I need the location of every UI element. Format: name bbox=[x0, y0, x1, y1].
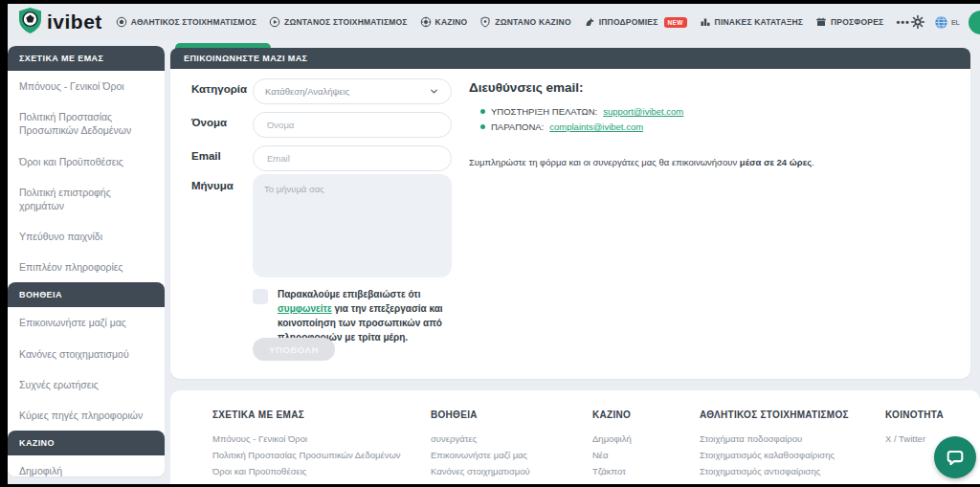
sidebar-item-additional-info[interactable]: Επιπλέον πληροφορίες bbox=[8, 252, 165, 282]
live-chat-button[interactable] bbox=[934, 436, 976, 478]
footer-col-help: ΒΟΗΘΕΙΑ συνεργάτες Επικοινωνήστε μαζί μα… bbox=[431, 410, 543, 484]
contact-card: ΕΠΙΚΟΙΝΩΝΗΣΤΕ ΜΑΖΙ ΜΑΣ Κατηγορία Κατάθεσ… bbox=[170, 48, 970, 379]
chat-bubble-icon bbox=[945, 447, 966, 468]
contact-card-title: ΕΠΙΚΟΙΝΩΝΗΣΤΕ ΜΑΖΙ ΜΑΣ bbox=[170, 48, 970, 69]
sidebar-item-contact-us[interactable]: Επικοινωνήστε μαζί μας bbox=[8, 307, 165, 338]
sidebar-section-casino-title: ΚΑΖΙΝΟ bbox=[8, 431, 165, 455]
support-email-link[interactable]: support@ivibet.com bbox=[603, 106, 683, 117]
footer-link[interactable]: συνεργάτες bbox=[431, 431, 543, 447]
sidebar-item-faq[interactable]: Συχνές ερωτήσεις bbox=[8, 369, 165, 400]
footer-link[interactable]: Πολιτική επιστροφής χρημάτων bbox=[212, 479, 401, 484]
footer-link[interactable]: Δημοφιλή bbox=[592, 431, 632, 447]
footer-link[interactable]: Στοιχηματισμός αντισφαίρισης bbox=[700, 463, 849, 479]
response-time-note: Συμπληρώστε τη φόρμα και οι συνεργάτες μ… bbox=[469, 157, 928, 167]
email-field-wrap bbox=[253, 145, 452, 171]
footer-link[interactable]: Κανόνες στοιχηματισμού bbox=[431, 463, 543, 479]
footer-link[interactable]: Τζάκποτ bbox=[592, 463, 632, 479]
footer-link[interactable]: Στοιχήματα ποδοσφαίρου bbox=[700, 431, 849, 447]
live-casino-shield-icon bbox=[479, 16, 491, 28]
sidebar-item-terms-conditions[interactable]: Όροι και Προϋποθέσεις bbox=[8, 146, 165, 177]
logo-wordmark: ivibet bbox=[47, 11, 102, 33]
sidebar-item-info-sources[interactable]: Κύριες πηγές πληροφοριών bbox=[8, 400, 165, 431]
nav-more-dots-icon[interactable]: ••• bbox=[896, 16, 910, 28]
footer-link-twitter[interactable]: X / Twitter bbox=[885, 431, 944, 447]
footer-col-about: ΣΧΕΤΙΚΑ ΜΕ ΕΜΑΣ Μπόνους - Γενικοί Όροι Π… bbox=[212, 410, 401, 484]
footer-link[interactable]: Μπόνους - Γενικοί Όροι bbox=[212, 431, 401, 447]
consent-link[interactable]: συμφωνείτε bbox=[278, 303, 332, 314]
footer-link[interactable]: Συχνές ερωτήσεις bbox=[431, 479, 543, 484]
footer-link[interactable]: Στοιχηματισμός καλαθοσφαίρισης bbox=[700, 447, 849, 463]
email-addresses-heading: Διευθύνσεις email: bbox=[469, 80, 584, 95]
sidebar-section-about-title: ΣΧΕΤΙΚΑ ΜΕ ΕΜΑΣ bbox=[8, 46, 165, 71]
sidebar-item-popular[interactable]: Δημοφιλή bbox=[8, 455, 165, 476]
nav-item-promotions[interactable]: ΠΡΟΣΦΟΡΕΣ bbox=[815, 16, 883, 28]
message-label: Μήνυμα bbox=[191, 180, 234, 191]
gift-icon bbox=[815, 16, 827, 28]
nav-item-live-casino[interactable]: ΖΩΝΤΑΝΟ ΚΑΖΙΝΟ bbox=[479, 16, 570, 28]
footer-link[interactable]: Όροι και Προϋποθέσεις bbox=[212, 463, 401, 479]
sidebar: ΣΧΕΤΙΚΑ ΜΕ ΕΜΑΣ Μπόνους - Γενικοί Όροι Π… bbox=[8, 46, 165, 476]
name-field-wrap bbox=[253, 112, 452, 138]
brand-logo[interactable]: ivibet bbox=[17, 7, 102, 38]
sidebar-item-refund-policy[interactable]: Πολιτική επιστροφής χρημάτων bbox=[8, 177, 165, 221]
logo-shield-ball-icon bbox=[17, 7, 43, 38]
email-input[interactable] bbox=[265, 152, 439, 165]
settings-gear-icon[interactable] bbox=[910, 14, 925, 30]
footer-col-community: ΚΟΙΝΟΤΗΤΑ X / Twitter bbox=[885, 410, 944, 447]
category-select[interactable]: Κατάθεση/Αναλήψεις bbox=[253, 78, 452, 104]
complaints-email-link[interactable]: complaints@ivibet.com bbox=[549, 122, 643, 132]
support-email-row: ΥΠΟΣΤΗΡΙΞΗ ΠΕΛΑΤΩΝ: support@ivibet.com bbox=[480, 106, 683, 117]
footer-link[interactable]: Πολιτική Προστασίας Προσωπικών Δεδομένων bbox=[212, 447, 401, 463]
live-betting-icon bbox=[269, 16, 280, 28]
login-button[interactable]: ΣΥΝΔΕΣΗ bbox=[969, 11, 980, 34]
consent-text: Παρακαλούμε επιβεβαιώστε ότι συμφωνείτε … bbox=[278, 287, 461, 344]
name-label: Όνομα bbox=[191, 117, 227, 128]
soccer-ball-icon bbox=[116, 16, 127, 28]
sidebar-section-help-title: ΒΟΗΘΕΙΑ bbox=[8, 282, 165, 307]
nav-item-horse-racing[interactable]: ΙΠΠΟΔΡΟΜΙΕΣ NEW bbox=[584, 16, 687, 28]
top-navbar: ivibet ΑΘΛΗΤΙΚΟΣ ΣΤΟΙΧΗΜΑΤΙΣΜΟΣ ΖΩΝΤΑΝΟΣ… bbox=[8, 4, 980, 40]
sidebar-item-betting-rules[interactable]: Κανόνες στοιχηματισμού bbox=[8, 339, 165, 369]
message-textarea[interactable] bbox=[253, 174, 452, 277]
sidebar-item-bonus-terms[interactable]: Μπόνους - Γενικοί Όροι bbox=[8, 71, 165, 101]
submit-button[interactable]: ΥΠΟΒΟΛΗ bbox=[253, 338, 335, 361]
name-input[interactable] bbox=[265, 119, 439, 131]
bullet-icon bbox=[480, 124, 485, 129]
new-badge: NEW bbox=[664, 17, 687, 28]
page: ivibet ΑΘΛΗΤΙΚΟΣ ΣΤΟΙΧΗΜΑΤΙΣΜΟΣ ΖΩΝΤΑΝΟΣ… bbox=[8, 4, 980, 484]
nav-item-live-betting[interactable]: ΖΩΝΤΑΝΟΣ ΣΤΟΙΧΗΜΑΤΙΣΜΟΣ bbox=[269, 16, 408, 28]
nav-item-casino[interactable]: ΚΑΖΙΝΟ bbox=[420, 16, 468, 28]
footer-link[interactable]: Επικοινωνήστε μαζί μας bbox=[431, 447, 543, 463]
language-code: EL bbox=[951, 19, 960, 26]
category-label: Κατηγορία bbox=[191, 83, 247, 95]
email-label: Email bbox=[191, 150, 221, 162]
nav-item-leaderboards[interactable]: ΠΙΝΑΚΕΣ ΚΑΤΑΤΑΞΗΣ bbox=[700, 16, 803, 28]
navbar-actions: EL ΣΥΝΔΕΣΗ ΕΓΓΡΑΦΗ bbox=[910, 11, 980, 34]
nav-item-sports-betting[interactable]: ΑΘΛΗΤΙΚΟΣ ΣΤΟΙΧΗΜΑΤΙΣΜΟΣ bbox=[116, 16, 256, 28]
casino-chip-icon bbox=[420, 16, 432, 28]
footer-col-sports: ΑΘΛΗΤΙΚΟΣ ΣΤΟΙΧΗΜΑΤΙΣΜΟΣ Στοιχήματα ποδο… bbox=[700, 410, 849, 479]
complaints-email-row: ΠΑΡΑΠΟΝΑ: complaints@ivibet.com bbox=[480, 122, 643, 132]
language-selector[interactable]: EL bbox=[934, 15, 960, 30]
bullet-icon bbox=[480, 109, 485, 114]
footer-col-casino: ΚΑΖΙΝΟ Δημοφιλή Νέα Τζάκποτ bbox=[592, 410, 632, 479]
sidebar-item-privacy-policy[interactable]: Πολιτική Προστασίας Προσωπικών Δεδομένων bbox=[8, 101, 165, 145]
globe-icon bbox=[934, 15, 948, 30]
horse-racing-icon bbox=[584, 16, 595, 28]
chevron-down-icon bbox=[429, 86, 439, 97]
footer: ΣΧΕΤΙΚΑ ΜΕ ΕΜΑΣ Μπόνους - Γενικοί Όροι Π… bbox=[170, 390, 980, 484]
main-menu: ΑΘΛΗΤΙΚΟΣ ΣΤΟΙΧΗΜΑΤΙΣΜΟΣ ΖΩΝΤΑΝΟΣ ΣΤΟΙΧΗ… bbox=[116, 16, 910, 28]
consent-checkbox[interactable] bbox=[253, 289, 268, 304]
leaderboard-icon bbox=[700, 16, 711, 28]
sidebar-item-responsible-gaming[interactable]: Υπεύθυνο παιχνίδι bbox=[8, 221, 165, 252]
footer-link[interactable]: Νέα bbox=[592, 447, 632, 463]
